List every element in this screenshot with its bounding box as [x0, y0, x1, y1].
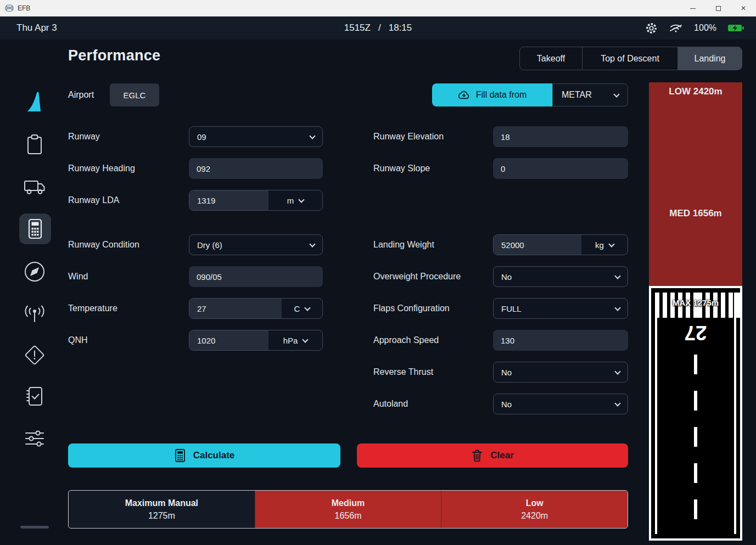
result-value: 2420m	[521, 511, 548, 521]
tab-landing[interactable]: Landing	[677, 47, 742, 70]
result-medium: Medium 1656m	[255, 491, 441, 528]
unit-value: hPa	[283, 336, 298, 345]
chevron-down-icon	[614, 400, 620, 406]
flaps-configuration-label: Flaps Configuration	[373, 304, 493, 313]
runway-condition-select[interactable]: Dry (6)	[189, 234, 323, 255]
maximize-button[interactable]	[705, 0, 731, 16]
result-label: Low	[526, 498, 544, 508]
chevron-down-icon	[303, 336, 309, 342]
landing-weight-input[interactable]	[494, 235, 581, 255]
runway-lda-input[interactable]	[189, 190, 268, 210]
unit-value: m	[287, 196, 294, 205]
calculator-nav-active[interactable]	[19, 213, 51, 244]
result-value: 1656m	[335, 511, 362, 521]
form-row: Runway Elevation	[373, 126, 628, 147]
close-button[interactable]: ✕	[731, 0, 756, 16]
runway-select[interactable]: 09	[189, 126, 323, 147]
status-bar: Thu Apr 3 1515Z / 18:15 100%	[0, 16, 756, 40]
brand-logo	[21, 90, 48, 114]
runway-centerline	[694, 355, 697, 533]
temperature-label: Temperature	[68, 304, 189, 313]
overweight-procedure-value: No	[501, 272, 512, 282]
runway-edge-line	[655, 293, 657, 534]
tab-takeoff[interactable]: Takeoff	[520, 47, 582, 70]
fill-data-from-button[interactable]: Fill data from	[432, 83, 552, 106]
runway-condition-value: Dry (6)	[197, 240, 222, 250]
autoland-value: No	[501, 400, 512, 409]
calculate-label: Calculate	[193, 450, 235, 461]
clear-button[interactable]: Clear	[357, 443, 628, 468]
form-left-column: Runway 09 Runway Heading Runway LDA m Ru…	[68, 126, 323, 362]
battery-percent: 100%	[694, 23, 716, 33]
landing-weight-label: Landing Weight	[373, 240, 493, 250]
form-row: Reverse Thrust No	[373, 362, 628, 383]
overweight-procedure-label: Overweight Procedure	[373, 272, 493, 282]
autoland-label: Autoland	[373, 399, 493, 409]
result-label: Medium	[332, 498, 365, 508]
sliders-icon[interactable]	[21, 426, 48, 451]
landing-weight-unit-dropdown[interactable]: kg	[581, 235, 628, 255]
qnh-input[interactable]	[189, 330, 268, 350]
clipboard-icon[interactable]	[21, 133, 48, 157]
form-row: Runway LDA m	[68, 190, 323, 211]
runway-value: 09	[197, 132, 206, 142]
trash-icon	[471, 449, 483, 462]
chevron-down-icon	[305, 305, 311, 311]
hazard-diamond-icon[interactable]	[21, 343, 48, 367]
flaps-configuration-select[interactable]: FULL	[493, 298, 628, 319]
runway-elevation-input[interactable]	[493, 126, 628, 147]
chevron-down-icon	[309, 241, 315, 247]
status-time-utc: 1515Z	[344, 23, 371, 33]
battery-charging-icon	[727, 24, 744, 32]
braking-distance-panel: LOW 2420m MED 1656m	[649, 82, 742, 286]
status-time-local: 18:15	[389, 23, 412, 33]
chevron-down-icon	[614, 305, 620, 311]
result-maximum-manual: Maximum Manual 1275m	[69, 491, 255, 528]
wind-input[interactable]	[189, 266, 323, 287]
truck-icon[interactable]	[21, 175, 48, 199]
runway-label: Runway	[68, 132, 189, 142]
approach-speed-input[interactable]	[493, 330, 628, 351]
form-row: Runway Slope	[373, 158, 628, 179]
reverse-thrust-value: No	[501, 368, 512, 377]
airport-code-button[interactable]: EGLC	[110, 83, 159, 106]
temperature-input[interactable]	[189, 299, 282, 318]
runway-slope-label: Runway Slope	[373, 164, 493, 173]
tab-top-of-descent[interactable]: Top of Descent	[582, 47, 677, 70]
sidebar-nav	[0, 40, 60, 545]
approach-speed-label: Approach Speed	[373, 335, 493, 345]
checklist-notebook-icon[interactable]	[21, 384, 48, 408]
status-time-separator: /	[378, 23, 381, 33]
app-icon	[5, 4, 14, 12]
reverse-thrust-select[interactable]: No	[493, 362, 628, 383]
runway-visualization: MAX 1275m 27	[649, 286, 742, 541]
form-row: QNH hPa	[68, 330, 323, 351]
runway-lda-field: m	[189, 190, 323, 211]
runway-heading-input[interactable]	[189, 158, 323, 179]
fill-source-dropdown[interactable]: METAR	[552, 83, 628, 106]
minimize-button[interactable]	[680, 0, 705, 16]
chevron-down-icon	[613, 91, 619, 97]
wifi-off-icon	[669, 22, 683, 34]
mode-tabs: Takeoff Top of Descent Landing	[519, 47, 742, 70]
runway-edge-line	[734, 293, 736, 534]
runway-slope-input[interactable]	[493, 158, 628, 179]
compass-icon[interactable]	[21, 260, 48, 284]
page-title: Performance	[68, 47, 160, 64]
form-row: Landing Weight kg	[373, 234, 628, 255]
form-row: Wind	[68, 266, 323, 287]
qnh-unit-dropdown[interactable]: hPa	[268, 330, 322, 350]
max-distance-label: MAX 1275m	[651, 298, 740, 307]
form-row-empty	[373, 190, 628, 211]
airport-label: Airport	[68, 83, 94, 106]
temperature-unit-dropdown[interactable]: C	[282, 299, 322, 318]
calculate-button[interactable]: Calculate	[68, 443, 340, 468]
runway-lda-unit-dropdown[interactable]: m	[268, 190, 322, 210]
cloud-download-icon	[458, 89, 470, 100]
antenna-icon[interactable]	[21, 303, 48, 327]
settings-gear-icon[interactable]	[645, 22, 658, 35]
chevron-down-icon	[614, 273, 620, 279]
runway-elevation-label: Runway Elevation	[373, 132, 493, 142]
overweight-procedure-select[interactable]: No	[493, 266, 628, 287]
autoland-select[interactable]: No	[493, 394, 628, 414]
